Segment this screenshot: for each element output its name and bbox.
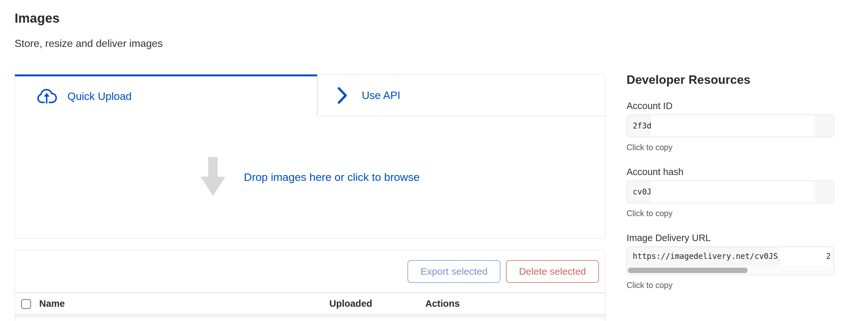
url-fragment: 2: [826, 252, 831, 261]
account-id-value: 2f3d: [633, 121, 651, 131]
redaction-overlay: [779, 247, 831, 266]
tab-use-api[interactable]: Use API: [317, 74, 606, 116]
click-to-copy-hint: Click to copy: [626, 143, 834, 152]
column-header-name: Name: [39, 298, 65, 309]
list-actions-row: Export selected Delete selected: [15, 250, 605, 293]
account-id-field[interactable]: 2f3d: [626, 114, 834, 137]
click-to-copy-hint: Click to copy: [626, 209, 834, 218]
developer-resources-panel: Developer Resources Account ID 2f3d Clic…: [626, 73, 834, 304]
resource-account-id: Account ID 2f3d Click to copy: [626, 100, 834, 152]
chevron-right-icon: [336, 86, 348, 105]
page-subtitle: Store, resize and deliver images: [14, 38, 163, 49]
select-all-checkbox[interactable]: [21, 299, 31, 309]
redaction-overlay: [651, 115, 814, 137]
account-id-label: Account ID: [626, 100, 834, 111]
arrow-down-icon: [200, 157, 225, 198]
tab-quick-upload[interactable]: Quick Upload: [14, 74, 317, 116]
table-header-row: Name Uploaded Actions: [15, 293, 605, 315]
column-header-actions: Actions: [425, 298, 460, 309]
account-hash-label: Account hash: [626, 166, 834, 177]
delete-selected-button[interactable]: Delete selected: [506, 260, 599, 283]
horizontal-scrollbar-thumb[interactable]: [628, 268, 748, 273]
export-selected-button[interactable]: Export selected: [407, 260, 500, 283]
column-header-uploaded: Uploaded: [329, 298, 372, 309]
tab-quick-upload-label: Quick Upload: [67, 90, 132, 103]
tab-use-api-label: Use API: [362, 89, 400, 102]
sidebar-title: Developer Resources: [626, 73, 834, 87]
page-title: Images: [14, 11, 60, 26]
redaction-overlay: [651, 181, 814, 203]
dropzone[interactable]: Drop images here or click to browse: [14, 116, 606, 239]
row-divider: [15, 317, 605, 317]
cloud-upload-icon: [36, 89, 57, 104]
account-hash-value: cv0J: [633, 187, 651, 197]
images-list-card: Export selected Delete selected Name Upl…: [14, 250, 606, 321]
image-delivery-url-field[interactable]: https://imagedelivery.net/cv0JSj 2: [626, 247, 834, 275]
click-to-copy-hint: Click to copy: [626, 281, 834, 290]
account-hash-field[interactable]: cv0J: [626, 181, 834, 203]
resource-account-hash: Account hash cv0J Click to copy: [626, 166, 834, 218]
dropzone-label: Drop images here or click to browse: [244, 171, 420, 183]
upload-section: Quick Upload Use API Drop images here or…: [14, 74, 606, 239]
image-delivery-url-label: Image Delivery URL: [626, 232, 834, 243]
resource-image-delivery-url: Image Delivery URL https://imagedelivery…: [626, 232, 834, 290]
image-delivery-url-value: https://imagedelivery.net/cv0JSj: [633, 252, 782, 261]
